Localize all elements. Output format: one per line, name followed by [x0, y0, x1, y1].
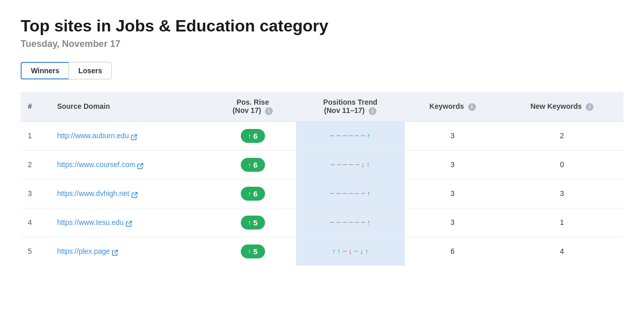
cell-domain: https://www.coursef.com — [50, 150, 210, 179]
col-rank: # — [21, 92, 50, 121]
trend-indicator: – — [354, 247, 358, 256]
cell-pos-rise: ↑ 6 — [209, 121, 296, 150]
trend-indicator: – — [361, 218, 366, 227]
external-link-icon — [131, 191, 138, 198]
table-row: 3https://www.dvhigh.net↑ 6––––––↑33 — [21, 179, 623, 208]
cell-keywords: 3 — [405, 150, 501, 179]
trend-indicator: – — [349, 218, 353, 227]
trend-indicator: – — [342, 247, 347, 256]
cell-keywords: 3 — [405, 208, 501, 237]
cell-keywords: 3 — [405, 179, 501, 208]
trend-indicator: – — [355, 218, 359, 227]
trend-indicator: – — [330, 218, 335, 227]
cell-rank: 2 — [21, 150, 50, 179]
pos-rise-badge: ↑ 5 — [241, 244, 265, 258]
trend-indicator: ↑ — [365, 247, 369, 255]
cell-keywords: 6 — [405, 237, 501, 266]
table-row: 4https://www.tesu.edu↑ 5––––––↑31 — [21, 208, 623, 237]
trend-indicator: – — [349, 189, 353, 198]
cell-rank: 4 — [21, 208, 50, 237]
cell-domain: https://www.dvhigh.net — [50, 179, 210, 208]
trend-indicator: – — [331, 160, 335, 169]
trend-indicator: ↓ — [349, 247, 352, 255]
domain-link[interactable]: https://www.coursef.com — [57, 160, 136, 169]
cell-pos-rise: ↑ 6 — [209, 179, 296, 208]
cell-keywords: 3 — [405, 121, 501, 150]
up-arrow-icon: ↑ — [248, 161, 252, 169]
domain-link[interactable]: https://plex.page — [57, 247, 110, 255]
up-arrow-icon: ↑ — [248, 219, 252, 226]
page-subtitle: Tuesday, November 17 — [21, 39, 623, 50]
table-row: 1http://www.auburn.edu↑ 6––––––↑32 — [21, 121, 623, 150]
trend-indicator: ↑ — [337, 247, 341, 255]
results-table: # Source Domain Pos. Rise(Nov 17) i Posi… — [21, 92, 623, 266]
tab-bar: Winners Losers — [21, 62, 623, 79]
trend-indicator: ↑ — [367, 218, 371, 226]
trend-indicator: – — [343, 160, 348, 169]
pos-rise-badge: ↑ 5 — [241, 216, 265, 230]
trend-indicator: – — [336, 218, 341, 227]
table-row: 2https://www.coursef.com↑ 6–––––↓↑30 — [21, 150, 623, 179]
trend-indicator: – — [342, 131, 347, 140]
trend-indicator: – — [342, 189, 347, 198]
trend-indicator: – — [361, 189, 366, 198]
cell-domain: https://www.tesu.edu — [50, 208, 210, 237]
col-pos-rise: Pos. Rise(Nov 17) i — [209, 92, 296, 121]
trend-indicator: ↑ — [367, 189, 371, 198]
cell-pos-trend: ––––––↑ — [296, 208, 404, 237]
tab-winners[interactable]: Winners — [21, 62, 69, 79]
cell-pos-rise: ↑ 6 — [209, 150, 296, 179]
trend-indicator: ↓ — [360, 247, 364, 255]
cell-new-keywords: 2 — [501, 121, 623, 150]
cell-new-keywords: 4 — [501, 237, 623, 266]
keywords-info-icon[interactable]: i — [468, 103, 476, 111]
table-header-row: # Source Domain Pos. Rise(Nov 17) i Posi… — [21, 92, 623, 121]
pos-rise-badge: ↑ 6 — [241, 129, 265, 143]
pos-trend-info-icon[interactable]: i — [369, 107, 376, 115]
col-pos-trend: Positions Trend(Nov 11–17) i — [296, 92, 404, 121]
cell-new-keywords: 3 — [501, 179, 623, 208]
external-link-icon — [137, 162, 143, 169]
pos-rise-badge: ↑ 6 — [241, 158, 265, 172]
cell-pos-trend: ––––––↑ — [296, 121, 404, 150]
trend-indicator: – — [330, 189, 335, 198]
trend-indicator: – — [349, 131, 353, 140]
domain-link[interactable]: http://www.auburn.edu — [57, 132, 129, 140]
tab-losers[interactable]: Losers — [69, 62, 112, 79]
trend-indicator: – — [336, 189, 341, 198]
trend-indicator: – — [361, 131, 366, 140]
cell-domain: http://www.auburn.edu — [50, 121, 210, 150]
page-title: Top sites in Jobs & Education category — [21, 17, 623, 36]
table-row: 5https://plex.page↑ 5↑↑–↓–↓↑64 — [21, 237, 623, 266]
col-domain: Source Domain — [50, 92, 210, 121]
trend-indicator: – — [337, 160, 341, 169]
trend-indicator: – — [342, 218, 347, 227]
trend-indicator: – — [355, 189, 359, 198]
trend-indicator: ↓ — [361, 160, 365, 169]
pos-rise-info-icon[interactable]: i — [265, 107, 273, 115]
trend-indicator: ↑ — [367, 132, 371, 140]
up-arrow-icon: ↑ — [248, 132, 252, 140]
external-link-icon — [126, 220, 132, 226]
trend-indicator: – — [355, 160, 360, 169]
col-keywords: Keywords i — [405, 92, 501, 121]
cell-domain: https://plex.page — [50, 237, 210, 266]
trend-indicator: ↑ — [332, 247, 336, 255]
cell-pos-rise: ↑ 5 — [209, 208, 296, 237]
cell-rank: 3 — [21, 179, 50, 208]
col-new-keywords: New Keywords i — [501, 92, 623, 121]
trend-indicator: ↑ — [367, 160, 370, 169]
cell-pos-rise: ↑ 5 — [209, 237, 296, 266]
external-link-icon — [131, 134, 137, 140]
trend-indicator: – — [330, 131, 335, 140]
cell-pos-trend: ↑↑–↓–↓↑ — [296, 237, 404, 266]
pos-rise-badge: ↑ 6 — [241, 187, 265, 201]
domain-link[interactable]: https://www.dvhigh.net — [57, 189, 129, 198]
domain-link[interactable]: https://www.tesu.edu — [57, 218, 124, 226]
cell-pos-trend: –––––↓↑ — [296, 150, 404, 179]
new-keywords-info-icon[interactable]: i — [586, 103, 593, 111]
external-link-icon — [112, 249, 118, 255]
cell-pos-trend: ––––––↑ — [296, 179, 404, 208]
cell-new-keywords: 1 — [501, 208, 623, 237]
up-arrow-icon: ↑ — [248, 248, 252, 255]
